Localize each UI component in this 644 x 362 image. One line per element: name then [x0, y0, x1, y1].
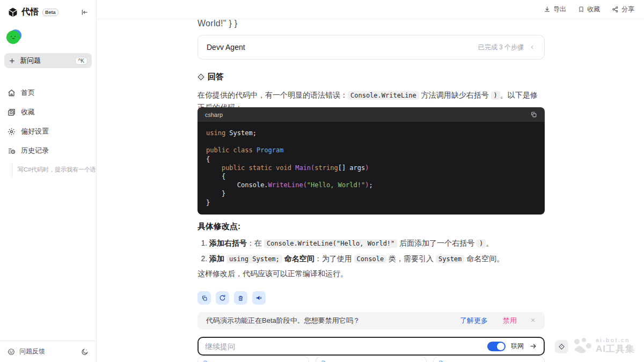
new-question-button[interactable]: 新问题 ^K	[4, 53, 92, 68]
sidebar-item-label: 历史记录	[21, 146, 49, 156]
sidebar-item-label: 偏好设置	[21, 127, 49, 136]
changes-list: 添加右括号：在 Console.WriteLine("Hello, World!…	[200, 238, 545, 269]
agent-steps-status: 已完成 3 个步骤	[478, 43, 524, 52]
previous-message-tail: World!" } }	[197, 19, 238, 28]
followup-input-box: 联网	[197, 337, 545, 356]
sidebar-item-home[interactable]: 首页	[0, 83, 96, 102]
watermark-text: ai-bot.cn AI工具集	[596, 337, 635, 354]
favorite-button[interactable]: 收藏	[578, 5, 600, 14]
changes-heading: 具体修改点:	[197, 221, 240, 232]
app-window: 代悟 Beta 新问题 ^K 首页	[0, 0, 644, 362]
suggestion-card[interactable]	[433, 356, 545, 362]
sidebar-footer: 问题反馈	[0, 341, 96, 362]
devv-agent-card[interactable]: Devv Agent 已完成 3 个步骤	[197, 35, 545, 60]
feedback-icon	[8, 348, 15, 356]
quick-action-diamond-button[interactable]	[555, 340, 568, 353]
share-icon	[612, 6, 619, 13]
app-logo-cube-icon	[8, 7, 18, 18]
beta-notice-bar: 代码演示功能正在Beta阶段中。您想要禁用它吗？ 了解更多 禁用	[197, 312, 545, 329]
feedback-label[interactable]: 问题反馈	[19, 347, 45, 356]
suggestion-cards-row	[197, 356, 545, 362]
regenerate-button[interactable]	[216, 291, 229, 305]
user-avatar[interactable]	[6, 29, 21, 45]
new-question-label: 新问题	[20, 56, 41, 65]
plus-icon	[9, 57, 16, 64]
copy-button[interactable]	[197, 291, 211, 305]
sidebar-item-history[interactable]: 历史记录	[0, 141, 96, 160]
download-icon	[544, 6, 551, 13]
answer-section-heading: 回答	[197, 72, 224, 82]
sidebar: 代悟 Beta 新问题 ^K 首页	[0, 0, 97, 362]
bookmark-collection-icon	[8, 108, 16, 116]
avatar-green-face	[6, 31, 20, 44]
change-item: 添加 using System; 命名空间：为了使用 Console 类，需要引…	[209, 253, 545, 264]
dark-mode-toggle-icon[interactable]	[81, 348, 89, 356]
toggle-knob	[497, 343, 504, 350]
history-entry[interactable]: 写C#代码时，提示我有一个语...	[12, 162, 96, 177]
send-arrow-icon[interactable]	[529, 342, 537, 350]
delete-button[interactable]	[234, 291, 247, 305]
code-body: using System; public class Program{ publ…	[197, 122, 545, 215]
closing-paragraph: 这样修改后，代码应该可以正常编译和运行。	[197, 269, 545, 279]
web-search-toggle[interactable]	[487, 342, 506, 351]
app-title: 代悟	[21, 6, 39, 18]
share-button[interactable]: 分享	[612, 5, 634, 14]
change-item: 添加右括号：在 Console.WriteLine("Hello, World!…	[209, 238, 545, 249]
disable-link[interactable]: 禁用	[503, 316, 517, 326]
beta-badge: Beta	[42, 9, 58, 16]
sidebar-collapse-icon[interactable]	[81, 9, 89, 16]
notice-text: 代码演示功能正在Beta阶段中。您想要禁用它吗？	[206, 316, 360, 326]
sidebar-item-label: 首页	[21, 88, 35, 98]
sidebar-item-favorites[interactable]: 收藏	[0, 102, 96, 122]
history-icon	[8, 147, 16, 155]
top-toolbar: 导出 收藏 分享	[97, 0, 644, 19]
code-block-header: csharp	[197, 107, 545, 122]
suggestion-card[interactable]	[197, 356, 309, 362]
paw-logo-icon	[572, 337, 592, 353]
code-block: csharp using System; public class Progra…	[197, 107, 545, 215]
message-actions	[197, 291, 266, 305]
shortcut-badge: ^K	[75, 57, 87, 65]
ai-bot-watermark: ai-bot.cn AI工具集	[572, 337, 635, 354]
megaphone-icon-button[interactable]	[252, 291, 266, 305]
sidebar-item-preferences[interactable]: 偏好设置	[0, 122, 96, 141]
sidebar-nav: 首页 收藏 偏好设置 历史记录 写C#代码时，提示我有一个语...	[0, 83, 96, 177]
code-language-label: csharp	[205, 112, 223, 118]
code-copy-icon[interactable]	[530, 111, 537, 118]
learn-more-link[interactable]: 了解更多	[460, 316, 488, 326]
close-icon[interactable]	[530, 317, 536, 324]
diamond-icon	[197, 73, 204, 80]
logo-row: 代悟 Beta	[0, 0, 96, 18]
web-search-label: 联网	[511, 342, 524, 351]
followup-input[interactable]	[205, 342, 482, 351]
bookmark-icon	[578, 6, 584, 13]
home-icon	[8, 89, 16, 97]
gear-icon	[8, 128, 16, 136]
conversation-panel: World!" } } Devv Agent 已完成 3 个步骤 回答 在你提供…	[197, 19, 545, 362]
suggestion-card[interactable]	[316, 356, 427, 362]
sidebar-item-label: 收藏	[21, 107, 35, 117]
export-button[interactable]: 导出	[544, 5, 566, 14]
chevron-left-icon[interactable]	[529, 44, 536, 50]
agent-title: Devv Agent	[207, 43, 245, 51]
